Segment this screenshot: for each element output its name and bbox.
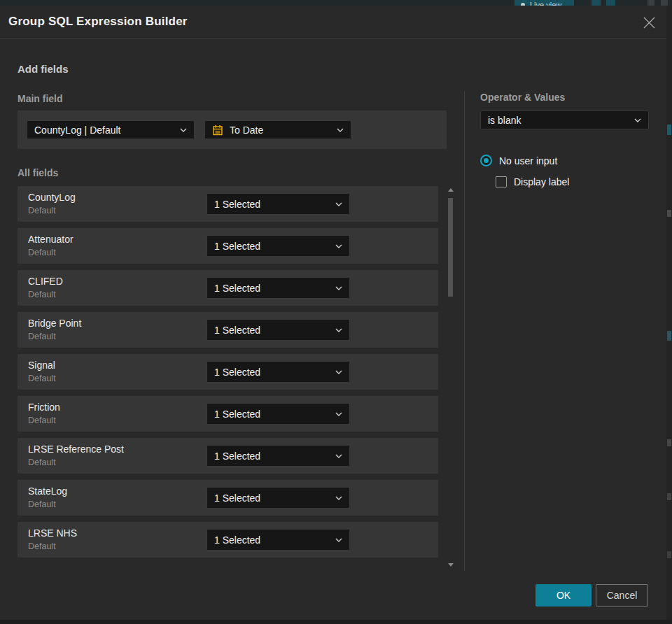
scrollbar-thumb[interactable] [448,198,453,297]
field-selection-value: 1 Selected [214,367,260,378]
radio-selected-icon[interactable] [480,155,492,166]
field-selection-dropdown[interactable]: 1 Selected [206,319,350,341]
main-field-dropdown[interactable]: CountyLog | Default [27,120,195,139]
field-type: Default [28,499,56,509]
app-right-panel-backdrop [666,6,672,620]
field-selection-value: 1 Selected [214,283,260,294]
field-selection-dropdown[interactable]: 1 Selected [206,529,350,551]
ok-button[interactable]: OK [536,584,592,607]
chevron-down-icon [335,454,342,458]
all-fields-list: CountyLog Default 1 Selected Attenuator … [18,186,438,558]
chevron-down-icon [335,244,342,248]
scroll-up-arrow-icon[interactable] [448,188,454,192]
dialog-title: Group SQL Expression Builder [8,15,188,29]
toolbar-icon-fragment [606,0,615,6]
app-toolbar-backdrop: Live view [0,0,672,6]
display-label-option[interactable]: Display label [496,176,569,187]
live-view-toggle: Live view [514,0,574,6]
main-field-date-dropdown[interactable]: To Date [204,120,351,139]
operator-dropdown[interactable]: is blank [480,111,649,129]
background-fragment [667,331,671,341]
field-name: Friction [28,402,60,413]
field-selection-dropdown[interactable]: 1 Selected [206,403,350,425]
field-row: CLIFED Default 1 Selected [18,270,438,306]
field-row: CountyLog Default 1 Selected [18,186,438,222]
field-selection-value: 1 Selected [214,534,260,546]
background-fragment [667,439,671,446]
field-name: CLIFED [28,276,63,287]
field-selection-dropdown[interactable]: 1 Selected [206,361,350,383]
field-row: Friction Default 1 Selected [18,396,438,432]
field-row: LRSE NHS Default 1 Selected [18,522,438,558]
operator-value: is blank [488,115,521,126]
chevron-down-icon [335,328,342,332]
field-selection-dropdown[interactable]: 1 Selected [206,277,350,299]
field-name: Bridge Point [28,318,81,329]
checkbox-unchecked-icon[interactable] [496,176,507,187]
field-name: LRSE NHS [28,527,77,539]
field-selection-value: 1 Selected [214,325,260,336]
calendar-icon [212,125,223,136]
field-row: StateLog Default 1 Selected [18,480,438,516]
field-type: Default [28,248,56,257]
field-type: Default [28,206,56,215]
chevron-down-icon [335,496,342,500]
main-field-date-value: To Date [230,125,263,136]
main-field-panel: CountyLog | Default To Date [18,111,447,149]
chevron-down-icon [335,286,342,290]
background-fragment [667,493,671,500]
field-name: LRSE Reference Post [28,444,124,455]
live-view-label: Live view [530,1,561,6]
chevron-down-icon [180,128,187,132]
chevron-down-icon [337,128,344,132]
field-selection-value: 1 Selected [214,451,260,462]
field-selection-value: 1 Selected [214,409,260,420]
field-type: Default [28,290,56,299]
field-selection-dropdown[interactable]: 1 Selected [206,193,350,215]
field-type: Default [28,541,56,551]
field-selection-value: 1 Selected [214,241,260,252]
operator-values-heading: Operator & Values [480,92,565,103]
field-row: Signal Default 1 Selected [18,354,438,390]
toolbar-icon-fragment [661,0,668,6]
no-user-input-label: No user input [499,155,557,166]
scroll-down-arrow-icon[interactable] [448,563,454,567]
background-fragment [667,551,671,558]
toolbar-icon-fragment [648,0,654,6]
chevron-down-icon [335,538,342,542]
field-name: Attenuator [28,234,74,245]
all-fields-heading: All fields [18,167,58,178]
field-selection-dropdown[interactable]: 1 Selected [206,487,350,509]
main-field-heading: Main field [18,93,63,104]
field-selection-value: 1 Selected [214,492,260,504]
cancel-button[interactable]: Cancel [596,584,648,607]
field-name: CountyLog [28,192,76,203]
close-icon [643,17,655,29]
field-type: Default [28,458,56,467]
close-button[interactable] [640,13,658,31]
display-label-label: Display label [514,176,569,187]
background-fragment [667,125,671,135]
group-sql-expression-builder-dialog: Group SQL Expression Builder Add fields … [0,6,666,620]
chevron-down-icon [634,118,641,122]
field-type: Default [28,332,56,341]
field-type: Default [28,374,56,383]
field-row: Bridge Point Default 1 Selected [18,312,438,348]
field-type: Default [28,416,56,425]
field-selection-dropdown[interactable]: 1 Selected [206,445,350,467]
no-user-input-option[interactable]: No user input [480,155,557,166]
add-fields-heading: Add fields [18,63,69,75]
chevron-down-icon [335,370,342,374]
dialog-header: Group SQL Expression Builder [0,6,666,39]
toolbar-icon-fragment [592,0,601,6]
app-bottom-backdrop [0,620,672,624]
list-scrollbar[interactable] [448,185,454,569]
field-row: LRSE Reference Post Default 1 Selected [18,438,438,474]
field-name: StateLog [28,485,67,497]
chevron-down-icon [335,412,342,416]
field-selection-dropdown[interactable]: 1 Selected [206,235,350,257]
chevron-down-icon [335,202,342,206]
field-name: Signal [28,360,55,371]
background-fragment [667,210,671,217]
panel-divider [464,91,465,571]
